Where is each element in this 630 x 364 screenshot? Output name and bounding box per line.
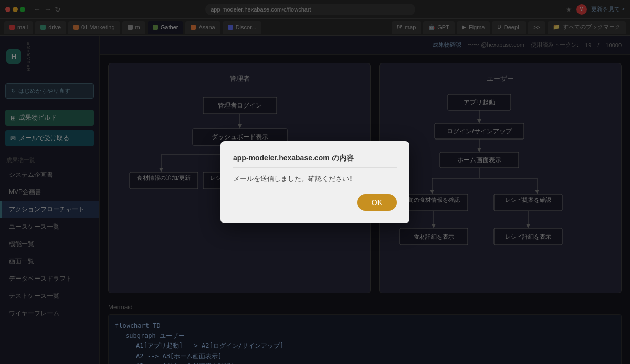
dialog-box: app-modeler.hexabase.com の内容 メールを送信しました。… <box>220 141 410 223</box>
dialog-footer: OK <box>233 194 397 211</box>
dialog-message: メールを送信しました。確認ください!! <box>233 174 397 184</box>
dialog-overlay: app-modeler.hexabase.com の内容 メールを送信しました。… <box>0 0 630 364</box>
dialog-title: app-modeler.hexabase.com の内容 <box>233 154 397 168</box>
dialog-ok-button[interactable]: OK <box>357 194 397 211</box>
